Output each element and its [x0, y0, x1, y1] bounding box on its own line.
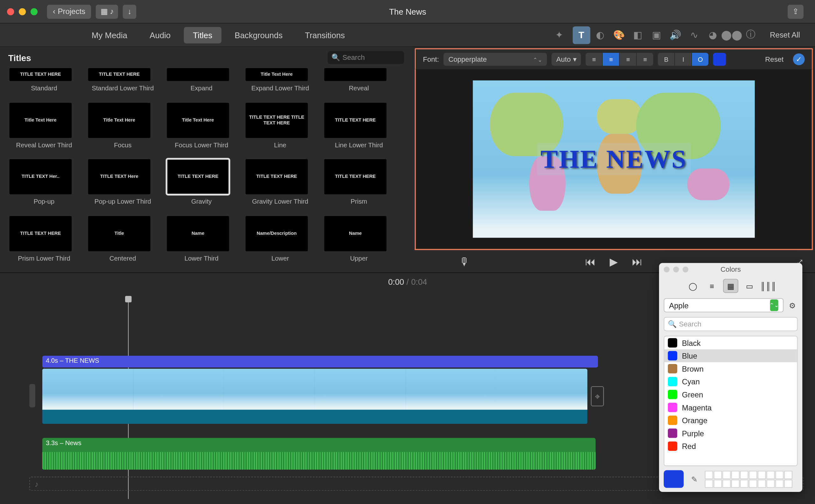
eyedropper-icon[interactable]: ✎ [688, 475, 700, 484]
color-list-item[interactable]: Cyan [664, 375, 797, 388]
share-button[interactable]: ⇪ [788, 4, 804, 18]
image-palettes-tab[interactable]: ▭ [742, 279, 757, 293]
align-left-button[interactable]: ≡ [586, 53, 602, 66]
current-color-swatch[interactable] [664, 470, 684, 488]
italic-button[interactable]: I [675, 53, 692, 66]
color-palettes-tab[interactable]: ▦ [723, 279, 738, 293]
title-tile[interactable]: TITLE TEXT HerePop-up Lower Third [88, 159, 158, 210]
title-tile[interactable]: TITLE TEXT HERE TITLE TEXT HERELine [245, 102, 315, 153]
enhance-icon[interactable]: ✦ [550, 26, 568, 44]
title-tile[interactable]: NameUpper [324, 216, 393, 267]
reset-all-button[interactable]: Reset All [770, 31, 800, 39]
color-list-item[interactable]: Green [664, 388, 797, 401]
bold-button[interactable]: B [658, 53, 675, 66]
title-thumbnail: Name/Description [245, 216, 308, 251]
color-wells[interactable] [705, 471, 798, 488]
download-button[interactable]: ↓ [123, 4, 136, 18]
color-balance-icon[interactable]: ◐ [591, 26, 609, 44]
outline-button[interactable]: O [692, 53, 709, 66]
size-select[interactable]: Auto ▾ [552, 53, 581, 66]
palette-select[interactable]: Apple ⌃⌄ [664, 298, 783, 312]
title-thumbnail: TITLE TEXT HERE [10, 68, 72, 81]
back-to-projects-button[interactable]: ‹ Projects [47, 4, 91, 18]
preview-canvas[interactable]: THE NEWS [473, 81, 755, 238]
color-list-item[interactable]: Purple [664, 427, 797, 440]
color-list-item[interactable]: Blue [664, 349, 797, 362]
title-tile[interactable]: TITLE TEXT HEREPrism [324, 159, 393, 210]
minimize-window-button[interactable] [19, 8, 26, 15]
play-button[interactable]: ▶ [610, 255, 618, 269]
color-list-item[interactable]: Orange [664, 414, 797, 427]
title-tile[interactable]: TitleCentered [88, 216, 158, 267]
tab-backgrounds[interactable]: Backgrounds [225, 27, 292, 43]
align-center-button[interactable]: ≡ [603, 53, 620, 66]
crop-icon[interactable]: ◧ [629, 26, 646, 44]
clip-end-marker[interactable]: ⎆ [591, 386, 604, 406]
color-search-input[interactable]: 🔍 Search [664, 317, 798, 331]
title-tile[interactable]: Title Text HereReveal Lower Third [10, 102, 79, 153]
title-tile[interactable]: Expand [167, 68, 236, 96]
title-tile[interactable]: Title Text HereFocus [88, 102, 158, 153]
title-thumbnail: TITLE TEXT HERE [88, 68, 151, 81]
font-select[interactable]: Copperplate [444, 53, 547, 66]
import-media-button[interactable]: ▦ ♪ [96, 4, 118, 18]
text-color-swatch[interactable] [713, 53, 726, 66]
title-tile[interactable]: Title Text HereExpand Lower Third [245, 68, 315, 96]
align-justify-button[interactable]: ≡ [637, 53, 654, 66]
title-tile[interactable]: NameLower Third [167, 216, 236, 267]
info-icon[interactable]: ⓘ [742, 26, 759, 44]
title-tile[interactable]: TITLE TEXT HEREStandard Lower Third [88, 68, 158, 96]
color-list-item[interactable]: Black [664, 336, 797, 349]
align-right-button[interactable]: ≡ [620, 53, 636, 66]
pencils-tab[interactable]: ║║║ [761, 279, 776, 293]
title-clip[interactable]: 4.0s – THE NEWS [42, 356, 598, 367]
title-tile[interactable]: TITLE TEXT HEREGravity Lower Third [245, 159, 315, 210]
video-clip[interactable] [42, 369, 587, 424]
tab-titles[interactable]: Titles [184, 27, 222, 43]
stabilize-icon[interactable]: ▣ [648, 26, 665, 44]
chevron-down-icon: ▾ [573, 55, 577, 63]
color-list-item[interactable]: Magenta [664, 401, 797, 414]
color-correction-icon[interactable]: 🎨 [610, 26, 628, 44]
color-name: Magenta [682, 403, 712, 412]
title-tile-label: Focus Lower Third [167, 141, 236, 150]
title-tile[interactable]: TITLE TEXT HERELine Lower Third [324, 102, 393, 153]
speed-icon[interactable]: ◕ [704, 26, 722, 44]
title-tile[interactable]: TITLE TEXT HEREGravity [167, 159, 236, 210]
color-picker-tabs: ◯ ≡ ▦ ▭ ║║║ [659, 276, 802, 296]
apply-check-button[interactable]: ✓ [793, 53, 805, 65]
color-sliders-tab[interactable]: ≡ [704, 279, 720, 293]
close-window-button[interactable] [7, 8, 14, 15]
timeline-drag-handle[interactable] [29, 384, 35, 408]
text-inspector-icon[interactable]: T [573, 26, 590, 44]
tab-transitions[interactable]: Transitions [295, 27, 354, 43]
palette-gear-icon[interactable]: ⚙ [787, 300, 797, 311]
title-tile-label: Reveal Lower Third [10, 141, 79, 150]
audio-clip[interactable]: 3.3s – News [42, 438, 596, 470]
fullscreen-window-button[interactable] [31, 8, 38, 15]
tab-audio[interactable]: Audio [140, 27, 180, 43]
map-continent [597, 99, 642, 134]
title-tile[interactable]: TITLE TEXT HEREStandard [10, 68, 79, 96]
color-wheel-tab[interactable]: ◯ [685, 279, 701, 293]
chevron-updown-icon: ⌃⌄ [770, 299, 778, 311]
search-input[interactable]: 🔍 Search [328, 51, 404, 64]
viewer-reset-button[interactable]: Reset [765, 55, 783, 63]
noise-reduction-icon[interactable]: ∿ [685, 26, 703, 44]
voiceover-icon[interactable]: 🎙 [460, 255, 470, 268]
title-tile[interactable]: TITLE TEXT HEREPrism Lower Third [10, 216, 79, 267]
title-text[interactable]: THE NEWS [537, 143, 691, 175]
title-tile[interactable]: Title Text HereFocus Lower Third [167, 102, 236, 153]
title-tile[interactable]: Reveal [324, 68, 393, 96]
color-list-item[interactable]: Red [664, 440, 797, 453]
color-list[interactable]: BlackBlueBrownCyanGreenMagentaOrangePurp… [664, 336, 798, 466]
title-tile[interactable]: TITLE TEXT Her..Pop-up [10, 159, 79, 210]
clip-filter-icon[interactable]: ⬤⬤ [723, 26, 741, 44]
title-tile[interactable]: Name/DescriptionLower [245, 216, 315, 267]
colors-panel[interactable]: Colors ◯ ≡ ▦ ▭ ║║║ Apple ⌃⌄ ⚙ 🔍 Search B… [659, 263, 802, 492]
volume-icon[interactable]: 🔊 [666, 26, 684, 44]
tab-my-media[interactable]: My Media [82, 27, 137, 43]
next-frame-button[interactable]: ⏭ [632, 255, 643, 268]
prev-frame-button[interactable]: ⏮ [585, 255, 596, 268]
color-list-item[interactable]: Brown [664, 362, 797, 375]
